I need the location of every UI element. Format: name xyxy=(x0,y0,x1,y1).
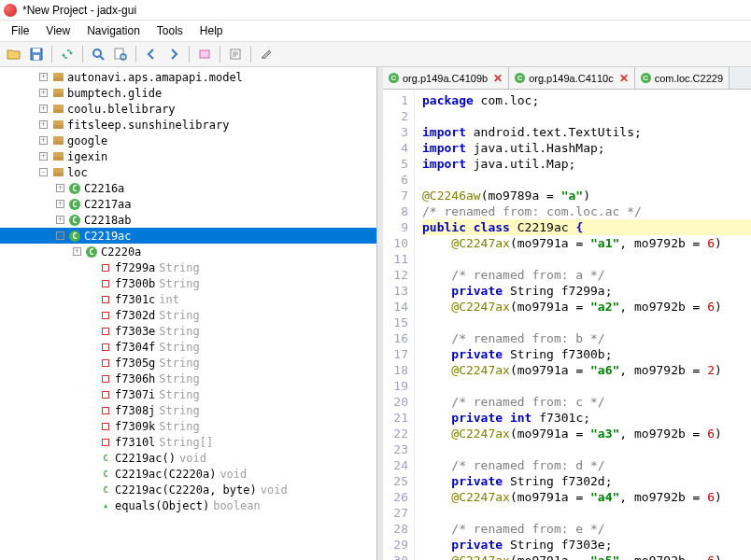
deobf-btn[interactable] xyxy=(194,44,215,64)
package-node[interactable]: +igexin xyxy=(0,148,376,164)
expand-icon[interactable]: + xyxy=(39,89,48,97)
field-node[interactable]: f7309kString xyxy=(0,418,376,434)
code-line: @C2247ax(mo9791a = "a6", mo9792b = 2) xyxy=(422,362,751,378)
field-node[interactable]: f7305gString xyxy=(0,355,376,371)
class-node[interactable]: +CC2216a xyxy=(0,180,376,196)
class-node[interactable]: +CC2220a xyxy=(0,244,376,259)
tab-1[interactable]: Corg.p149a.C4110c✕ xyxy=(509,67,635,89)
expand-icon[interactable]: + xyxy=(56,216,64,224)
tab-close-icon[interactable]: ✕ xyxy=(493,72,503,85)
back-btn[interactable] xyxy=(141,44,162,64)
save-btn[interactable] xyxy=(26,44,47,64)
tree-label: f7302d xyxy=(115,309,155,322)
code-editor[interactable]: 1234567891011121314151617181920212223242… xyxy=(383,90,751,560)
toolbar xyxy=(0,41,751,67)
search-btn[interactable] xyxy=(88,44,108,64)
class-node-selected[interactable]: -CC2219ac xyxy=(0,228,376,244)
code-area[interactable]: package com.loc;import android.text.Text… xyxy=(415,90,751,560)
tree-type: String xyxy=(159,309,199,322)
package-node[interactable]: +coolu.blelibrary xyxy=(0,101,376,117)
tree-label: igexin xyxy=(67,150,107,163)
field-node[interactable]: f7304fString xyxy=(0,339,376,355)
expand-icon[interactable]: - xyxy=(39,168,48,176)
package-node[interactable]: +fitsleep.sunshinelibrary xyxy=(0,117,376,133)
tab-label: org.p149a.C4109b xyxy=(403,73,488,84)
tab-2[interactable]: Ccom.loc.C2229 xyxy=(635,67,730,89)
field-node[interactable]: f7306hString xyxy=(0,371,376,386)
method-node[interactable]: C2219ac(C2220a, byte)void xyxy=(0,482,376,497)
tree-label: f7305g xyxy=(115,357,155,370)
package-node[interactable]: +google xyxy=(0,133,376,148)
field-icon xyxy=(99,357,112,370)
expand-icon[interactable]: + xyxy=(56,184,64,192)
field-node[interactable]: f7302dString xyxy=(0,307,376,323)
expand-icon[interactable]: + xyxy=(39,73,48,81)
field-icon xyxy=(99,372,112,385)
field-node[interactable]: f7299aString xyxy=(0,259,376,275)
code-line xyxy=(422,251,751,267)
field-node[interactable]: f7307iString xyxy=(0,386,376,402)
field-node[interactable]: f7300bString xyxy=(0,275,376,291)
log-btn[interactable] xyxy=(225,44,246,64)
forward-btn[interactable] xyxy=(163,44,184,64)
class-node[interactable]: +CC2217aa xyxy=(0,196,376,212)
sync-btn[interactable] xyxy=(57,44,78,64)
expand-icon[interactable]: + xyxy=(73,247,81,256)
code-line xyxy=(422,441,751,457)
code-line xyxy=(422,108,751,124)
menu-file[interactable]: File xyxy=(4,22,36,39)
method-node[interactable]: equals(Object)boolean xyxy=(0,497,376,513)
constructor-icon xyxy=(99,468,112,481)
expand-icon[interactable]: - xyxy=(56,231,64,240)
tree-type: String xyxy=(159,261,199,274)
code-line: /* renamed from: d */ xyxy=(422,457,751,473)
menu-help[interactable]: Help xyxy=(192,22,231,39)
find-class-btn[interactable] xyxy=(110,44,131,64)
code-line: /* renamed from: com.loc.ac */ xyxy=(422,203,751,219)
field-node[interactable]: f7310lString[] xyxy=(0,434,376,450)
tab-close-icon[interactable]: ✕ xyxy=(619,72,629,85)
class-icon: C xyxy=(68,214,81,227)
tree-label: f7299a xyxy=(115,261,155,274)
field-icon xyxy=(99,293,112,306)
expand-icon[interactable]: + xyxy=(39,120,48,129)
method-node[interactable]: C2219ac(C2220a)void xyxy=(0,466,376,482)
class-node[interactable]: +CC2218ab xyxy=(0,212,376,228)
settings-btn[interactable] xyxy=(256,44,276,64)
package-node[interactable]: +autonavi.aps.amapapi.model xyxy=(0,69,376,85)
tab-label: com.loc.C2229 xyxy=(655,73,723,84)
menu-tools[interactable]: Tools xyxy=(149,22,191,39)
menu-view[interactable]: View xyxy=(38,22,78,39)
field-node[interactable]: f7308jString xyxy=(0,402,376,418)
tree-label: f7307i xyxy=(115,388,155,401)
package-node[interactable]: +bumptech.glide xyxy=(0,85,376,101)
expand-icon[interactable]: + xyxy=(39,105,48,113)
code-line: @C2247ax(mo9791a = "a5", mo9792b = 6) xyxy=(422,553,751,560)
tree-type: String xyxy=(159,372,199,385)
expand-icon[interactable]: + xyxy=(39,136,48,145)
tree-label: C2218ab xyxy=(84,214,132,227)
tree-type: boolean xyxy=(213,499,261,512)
field-node[interactable]: f7303eString xyxy=(0,323,376,339)
line-gutter: 1234567891011121314151617181920212223242… xyxy=(383,90,415,560)
tree-type: void xyxy=(179,452,206,465)
method-node[interactable]: C2219ac()void xyxy=(0,450,376,466)
titlebar: *New Project - jadx-gui xyxy=(0,0,751,21)
package-icon xyxy=(51,87,64,100)
package-icon xyxy=(51,166,64,179)
package-node-loc[interactable]: -loc xyxy=(0,164,376,180)
tree-type: String[] xyxy=(159,436,213,449)
tree-label: f7300b xyxy=(115,277,155,290)
tree-label: loc xyxy=(67,166,88,179)
expand-icon[interactable]: + xyxy=(39,152,48,161)
expand-icon[interactable]: + xyxy=(56,200,64,208)
field-node[interactable]: f7301cint xyxy=(0,291,376,307)
menu-navigation[interactable]: Navigation xyxy=(79,22,148,39)
class-icon: C xyxy=(85,245,98,259)
code-line: @C2246aw(mo9789a = "a") xyxy=(422,188,751,203)
project-tree[interactable]: +autonavi.aps.amapapi.model+bumptech.gli… xyxy=(0,67,377,560)
open-btn[interactable] xyxy=(4,44,24,64)
tab-0[interactable]: Corg.p149a.C4109b✕ xyxy=(383,67,509,89)
field-icon xyxy=(99,261,112,274)
package-icon xyxy=(51,71,64,84)
